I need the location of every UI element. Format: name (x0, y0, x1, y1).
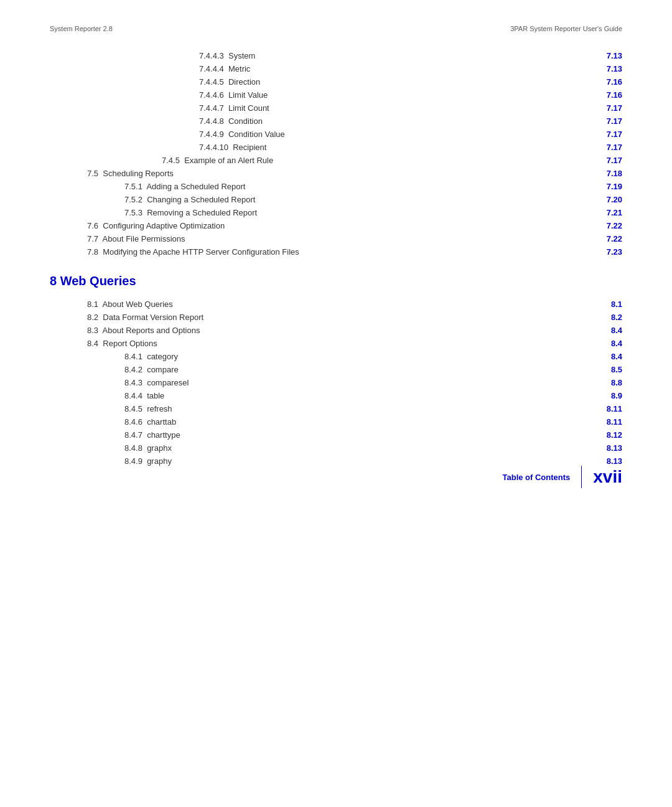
toc-item-label: 8.4 Report Options (87, 339, 157, 348)
toc-row: 7.4.4.5 Direction7.16 (50, 77, 622, 87)
footer-label: Table of Contents (502, 473, 570, 482)
toc-page-number: 7.17 (597, 130, 622, 139)
toc-row: 8.4.3 comparesel8.8 (50, 378, 622, 387)
page-header: System Reporter 2.8 3PAR System Reporter… (50, 25, 622, 32)
toc-page-number: 8.12 (597, 430, 622, 440)
toc-page-number: 7.21 (597, 208, 622, 217)
toc-row: 8.4.5 refresh8.11 (50, 404, 622, 413)
toc-item-label: 8.4.5 refresh (124, 404, 172, 413)
toc-item-label: 8.3 About Reports and Options (87, 326, 200, 335)
toc-row: 8.4.9 graphy8.13 (50, 456, 622, 466)
toc-item-label: 7.5 Scheduling Reports (87, 169, 174, 178)
toc-page-number: 8.1 (597, 300, 622, 309)
toc-row: 7.5 Scheduling Reports7.18 (50, 169, 622, 178)
toc-row: 7.4.4.7 Limit Count7.17 (50, 103, 622, 113)
toc-page-number: 8.4 (597, 326, 622, 335)
toc-item-label: 8.4.8 graphx (124, 443, 172, 453)
toc-row: 7.4.4.6 Limit Value7.16 (50, 90, 622, 100)
toc-page-number: 7.17 (597, 103, 622, 113)
toc-page-number: 8.8 (597, 378, 622, 387)
toc-page-number: 7.20 (597, 195, 622, 204)
toc-page-number: 8.5 (597, 365, 622, 374)
chapter-number: 8 (50, 274, 57, 288)
toc-row: 8.4.7 charttype8.12 (50, 430, 622, 440)
toc-entries: 7.4.4.3 System7.137.4.4.4 Metric7.137.4.… (50, 51, 622, 257)
toc-item-label: 8.4.2 compare (124, 365, 179, 374)
toc-row: 8.4.8 graphx8.13 (50, 443, 622, 453)
toc-item-label: 7.5.1 Adding a Scheduled Report (124, 182, 245, 191)
toc-page-number: 7.18 (597, 169, 622, 178)
toc-page-number: 7.16 (597, 90, 622, 100)
toc-item-label: 7.5.2 Changing a Scheduled Report (124, 195, 255, 204)
toc-item-label: 8.4.7 charttype (124, 430, 180, 440)
toc-page-number: 8.11 (597, 404, 622, 413)
toc-row: 8.4 Report Options8.4 (50, 339, 622, 348)
toc-page-number: 7.19 (597, 182, 622, 191)
sub-entries: 8.1 About Web Queries8.18.2 Data Format … (50, 300, 622, 466)
toc-row: 8.2 Data Format Version Report8.2 (50, 313, 622, 322)
toc-item-label: 7.4.4.3 System (199, 51, 255, 60)
toc-page-number: 8.2 (597, 313, 622, 322)
toc-item-label: 8.4.6 charttab (124, 417, 176, 427)
toc-item-label: 7.4.4.4 Metric (199, 64, 250, 73)
toc-item-label: 8.4.3 comparesel (124, 378, 189, 387)
toc-page-number: 7.17 (597, 116, 622, 126)
toc-page-number: 7.23 (597, 247, 622, 257)
toc-row: 8.3 About Reports and Options8.4 (50, 326, 622, 335)
toc-page-number: 7.17 (597, 143, 622, 152)
toc-page-number: 7.22 (597, 221, 622, 230)
toc-item-label: 7.4.5 Example of an Alert Rule (162, 156, 273, 165)
toc-item-label: 7.5.3 Removing a Scheduled Report (124, 208, 257, 217)
toc-item-label: 7.4.4.6 Limit Value (199, 90, 268, 100)
toc-page-number: 7.16 (597, 77, 622, 87)
toc-page-number: 7.22 (597, 234, 622, 243)
toc-row: 7.4.4.8 Condition7.17 (50, 116, 622, 126)
chapter-heading: 8 Web Queries (50, 274, 622, 288)
page: System Reporter 2.8 3PAR System Reporter… (0, 0, 672, 507)
toc-row: 7.4.4.3 System7.13 (50, 51, 622, 60)
toc-item-label: 7.4.4.8 Condition (199, 116, 263, 126)
toc-page-number: 8.4 (597, 339, 622, 348)
toc-row: 7.7 About File Permissions7.22 (50, 234, 622, 243)
toc-item-label: 7.4.4.9 Condition Value (199, 130, 285, 139)
toc-item-label: 7.4.4.7 Limit Count (199, 103, 269, 113)
toc-item-label: 8.4.9 graphy (124, 456, 172, 466)
toc-row: 8.1 About Web Queries8.1 (50, 300, 622, 309)
toc-row: 8.4.2 compare8.5 (50, 365, 622, 374)
toc-row: 7.4.5 Example of an Alert Rule7.17 (50, 156, 622, 165)
toc-row: 7.5.1 Adding a Scheduled Report7.19 (50, 182, 622, 191)
toc-row: 7.8 Modifying the Apache HTTP Server Con… (50, 247, 622, 257)
footer-page: xvii (593, 467, 622, 487)
toc-row: 7.5.3 Removing a Scheduled Report7.21 (50, 208, 622, 217)
footer-divider (581, 466, 582, 488)
toc-item-label: 7.8 Modifying the Apache HTTP Server Con… (87, 247, 299, 257)
toc-row: 7.4.4.4 Metric7.13 (50, 64, 622, 73)
toc-item-label: 8.4.4 table (124, 391, 164, 400)
toc-row: 7.4.4.9 Condition Value7.17 (50, 130, 622, 139)
toc-row: 7.5.2 Changing a Scheduled Report7.20 (50, 195, 622, 204)
header-left: System Reporter 2.8 (50, 25, 113, 32)
toc-row: 8.4.1 category8.4 (50, 352, 622, 361)
toc-row: 7.4.4.10 Recipient7.17 (50, 143, 622, 152)
toc-item-label: 7.4.4.10 Recipient (199, 143, 266, 152)
toc-item-label: 7.7 About File Permissions (87, 234, 185, 243)
toc-page-number: 8.13 (597, 443, 622, 453)
toc-page-number: 8.9 (597, 391, 622, 400)
toc-item-label: 8.2 Data Format Version Report (87, 313, 203, 322)
chapter-title: Web Queries (60, 274, 136, 288)
toc-page-number: 7.17 (597, 156, 622, 165)
toc-page-number: 7.13 (597, 64, 622, 73)
toc-page-number: 8.11 (597, 417, 622, 427)
page-footer: Table of Contents xvii (502, 466, 622, 488)
toc-item-label: 7.4.4.5 Direction (199, 77, 260, 87)
toc-page-number: 8.13 (597, 456, 622, 466)
toc-row: 7.6 Configuring Adaptive Optimization7.2… (50, 221, 622, 230)
toc-page-number: 8.4 (597, 352, 622, 361)
toc-page-number: 7.13 (597, 51, 622, 60)
toc-item-label: 8.4.1 category (124, 352, 178, 361)
toc-row: 8.4.6 charttab8.11 (50, 417, 622, 427)
toc-item-label: 8.1 About Web Queries (87, 300, 173, 309)
header-right: 3PAR System Reporter User's Guide (510, 25, 622, 32)
toc-item-label: 7.6 Configuring Adaptive Optimization (87, 221, 225, 230)
toc-row: 8.4.4 table8.9 (50, 391, 622, 400)
